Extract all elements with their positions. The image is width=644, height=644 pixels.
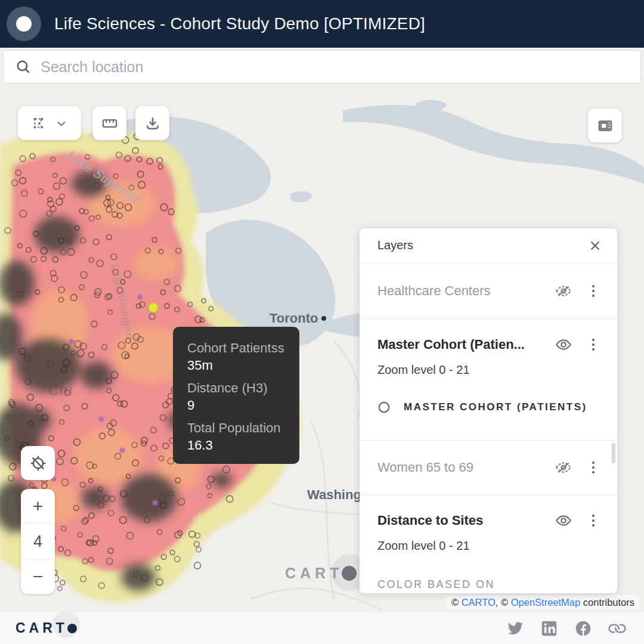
search-input[interactable]	[39, 58, 640, 76]
facebook-link[interactable]	[574, 620, 592, 637]
layer-options-menu[interactable]	[583, 457, 604, 478]
toronto-dot	[321, 316, 326, 321]
carto-attribution-link[interactable]: CARTO	[462, 597, 496, 608]
map-tooltip: Cohort Patientss 35m Distance (H3) 9 Tot…	[173, 327, 299, 464]
map-attribution: © CARTO, © OpenStreetMap contributors	[447, 595, 639, 610]
layer-options-menu[interactable]	[583, 280, 604, 302]
visibility-toggle[interactable]	[553, 457, 574, 478]
legend-item: MASTER COHORT (PATIENTS)	[360, 401, 617, 414]
zoom-out-button[interactable]: −	[21, 559, 55, 594]
download-button[interactable]	[135, 106, 169, 140]
layer-name: Distance to Sites	[377, 513, 483, 528]
logo-dot-icon	[67, 624, 77, 633]
layer-zoom-range: Zoom level 0 - 21	[360, 539, 617, 553]
avatar-dot-icon	[16, 16, 32, 32]
measure-tool-button[interactable]	[92, 106, 126, 140]
twitter-icon	[507, 620, 524, 637]
link-icon	[608, 620, 626, 637]
chicago-label: Chi	[48, 381, 73, 399]
osm-attribution-link[interactable]: OpenStreetMap	[511, 597, 580, 608]
layer-row-distance-to-sites: Distance to Sites	[360, 510, 617, 531]
watermark-text: CART	[285, 565, 343, 582]
layer-name: Healthcare Centers	[377, 283, 491, 299]
select-tool-button[interactable]	[18, 106, 81, 140]
tooltip-value: 16.3	[187, 436, 299, 454]
attribution-text: contributors	[580, 597, 634, 608]
layer-section-master-cohort: Master Cohort (Patien... Zoo	[360, 319, 617, 440]
attribution-text: , ©	[496, 597, 511, 608]
twitter-link[interactable]	[506, 620, 524, 637]
layer-section-distance-to-sites: Distance to Sites Zoom level	[360, 495, 617, 591]
layer-row-women-65-69: Women 65 to 69	[360, 441, 617, 494]
tooltip-label: Cohort Patientss	[187, 340, 299, 357]
linkedin-link[interactable]	[540, 620, 558, 637]
avatar[interactable]	[7, 7, 41, 41]
visibility-toggle[interactable]	[553, 280, 574, 302]
layers-panel: Layers Healthcare Centers	[360, 228, 617, 593]
washington-label: Washing	[307, 487, 361, 502]
tooltip-label: Total Population	[187, 420, 299, 436]
kebab-menu-icon	[587, 514, 599, 527]
layer-options-menu[interactable]	[583, 510, 604, 531]
legend-panel-icon	[596, 117, 614, 135]
eye-icon	[555, 336, 572, 353]
color-based-on-caption: COLOR BASED ON	[360, 578, 617, 591]
legend-label: MASTER COHORT (PATIENTS)	[404, 401, 587, 413]
social-links	[506, 620, 626, 637]
zoom-level: 4	[21, 524, 55, 559]
map-canvas[interactable]: Lake Superior Lake Michigan Chi Toronto …	[0, 85, 644, 611]
point-legend-icon	[377, 401, 391, 414]
kebab-menu-icon	[587, 284, 599, 298]
watermark-dot-icon	[342, 566, 357, 581]
chevron-down-icon[interactable]	[55, 117, 67, 129]
kebab-menu-icon	[587, 461, 599, 474]
layer-name: Women 65 to 69	[377, 460, 473, 475]
layer-row-healthcare-centers: Healthcare Centers	[360, 263, 617, 318]
geolocate-button[interactable]	[21, 446, 55, 480]
tooltip-value: 9	[187, 397, 299, 414]
search-icon	[16, 59, 31, 75]
tooltip-label: Distance (H3)	[187, 380, 299, 397]
layer-zoom-range: Zoom level 0 - 21	[360, 363, 617, 377]
layer-options-menu[interactable]	[583, 334, 604, 355]
app-footer: CART	[0, 611, 644, 644]
eye-icon	[555, 512, 572, 529]
eye-off-icon	[555, 283, 572, 299]
carto-logo[interactable]: CART	[16, 615, 77, 642]
selected-hex-dot[interactable]	[148, 303, 158, 312]
zoom-control: + 4 −	[21, 489, 55, 594]
share-link[interactable]	[608, 620, 626, 637]
search-bar	[3, 50, 641, 83]
page-title: Life Sciences - Cohort Study Demo [OPTIM…	[54, 14, 425, 33]
legend-toggle-button[interactable]	[588, 109, 622, 143]
panel-scrollbar[interactable]	[612, 443, 615, 463]
layers-panel-title: Layers	[377, 239, 413, 252]
attribution-text: ©	[451, 597, 462, 608]
zoom-in-button[interactable]: +	[21, 489, 55, 524]
layer-name: Master Cohort (Patien...	[377, 337, 525, 352]
location-disabled-icon	[30, 455, 47, 472]
logo-text: CART	[16, 620, 68, 636]
linkedin-icon	[541, 620, 558, 637]
tooltip-value: 35m	[187, 357, 299, 374]
polygon-select-icon	[32, 116, 47, 131]
app-header: Life Sciences - Cohort Study Demo [OPTIM…	[0, 0, 644, 48]
close-icon[interactable]	[589, 239, 602, 252]
visibility-toggle[interactable]	[553, 334, 574, 355]
visibility-toggle[interactable]	[553, 510, 574, 531]
facebook-icon	[575, 620, 592, 637]
layers-panel-header: Layers	[360, 228, 617, 263]
kebab-menu-icon	[587, 338, 599, 351]
toronto-label: Toronto	[270, 311, 318, 326]
eye-off-icon	[555, 459, 572, 476]
layer-row-master-cohort: Master Cohort (Patien...	[360, 334, 617, 355]
download-icon	[144, 115, 161, 132]
ruler-icon	[101, 115, 118, 132]
